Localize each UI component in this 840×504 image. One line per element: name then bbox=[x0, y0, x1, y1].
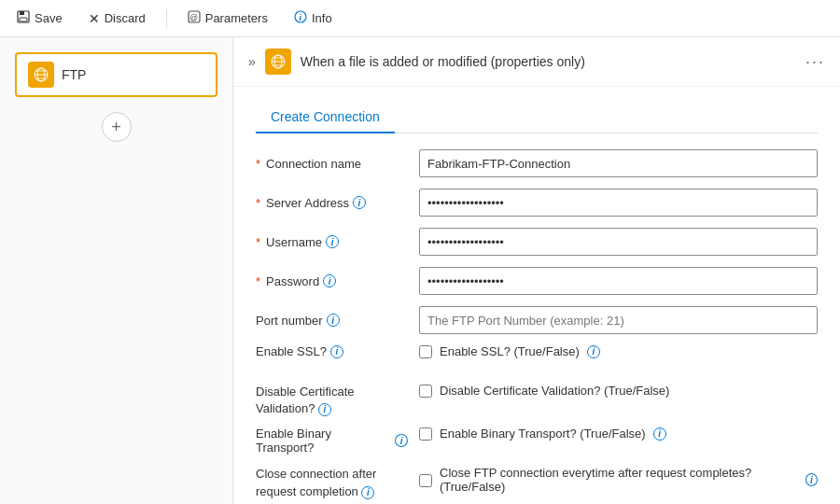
required-star-3: * bbox=[256, 235, 260, 249]
parameters-icon: @ bbox=[188, 10, 201, 26]
port-number-label: Port number i bbox=[256, 314, 419, 328]
discard-label: Discard bbox=[105, 11, 146, 25]
close-connection-info-icon[interactable]: i bbox=[361, 486, 374, 499]
password-input[interactable] bbox=[419, 267, 818, 295]
connection-name-row: * Connection name bbox=[256, 148, 818, 178]
password-info-icon[interactable]: i bbox=[323, 274, 336, 287]
enable-ssl-checkbox[interactable] bbox=[419, 345, 432, 358]
enable-binary-info-icon[interactable]: i bbox=[395, 434, 408, 447]
connection-name-label: * Connection name bbox=[256, 157, 419, 171]
username-label: * Username i bbox=[256, 235, 419, 249]
enable-ssl-content: Enable SSL? (True/False) i bbox=[419, 344, 818, 358]
disable-cert-checkbox[interactable] bbox=[419, 385, 432, 398]
username-row: * Username i bbox=[256, 227, 818, 257]
close-connection-text: Close FTP connection everytime after req… bbox=[440, 466, 798, 494]
svg-text:i: i bbox=[299, 13, 301, 22]
trigger-icon bbox=[265, 49, 291, 75]
ftp-node-icon bbox=[28, 62, 54, 88]
parameters-button[interactable]: @ Parameters bbox=[182, 7, 273, 30]
tab-create-connection[interactable]: Create Connection bbox=[256, 102, 395, 133]
disable-cert-text: Disable Certificate Validation? (True/Fa… bbox=[440, 384, 669, 398]
main-layout: FTP + » When a file is added or modified… bbox=[0, 37, 840, 504]
svg-rect-1 bbox=[20, 11, 24, 15]
enable-ssl-row: Enable SSL? i Enable SSL? (True/False) i bbox=[256, 344, 818, 374]
collapse-button[interactable]: » bbox=[248, 54, 256, 69]
enable-binary-text: Enable Binary Transport? (True/False) bbox=[440, 427, 646, 441]
port-info-icon[interactable]: i bbox=[327, 314, 340, 327]
enable-binary-text-info-icon[interactable]: i bbox=[653, 427, 666, 441]
enable-ssl-text-info-icon[interactable]: i bbox=[587, 345, 600, 358]
info-label: Info bbox=[312, 11, 332, 25]
close-connection-content: Close FTP connection everytime after req… bbox=[419, 466, 818, 494]
username-input[interactable] bbox=[419, 228, 818, 256]
save-button[interactable]: Save bbox=[11, 7, 68, 30]
enable-binary-checkbox[interactable] bbox=[419, 427, 432, 441]
info-button[interactable]: i Info bbox=[288, 7, 338, 30]
tabs: Create Connection bbox=[256, 102, 818, 133]
info-icon: i bbox=[294, 10, 307, 26]
sidebar: FTP + bbox=[0, 37, 233, 504]
port-number-input[interactable] bbox=[419, 306, 818, 334]
disable-cert-row: Disable Certificate Validation? i Disabl… bbox=[256, 384, 818, 417]
enable-binary-content: Enable Binary Transport? (True/False) i bbox=[419, 427, 818, 441]
password-label: * Password i bbox=[256, 274, 419, 288]
required-star-2: * bbox=[256, 196, 260, 210]
required-star: * bbox=[256, 157, 260, 171]
connection-name-input[interactable] bbox=[419, 149, 818, 177]
close-connection-row: Close connection after request completio… bbox=[256, 466, 818, 499]
trigger-title: When a file is added or modified (proper… bbox=[301, 54, 796, 69]
svg-rect-2 bbox=[20, 18, 27, 21]
disable-cert-info-icon[interactable]: i bbox=[318, 403, 331, 416]
discard-button[interactable]: ✕ Discard bbox=[83, 7, 151, 30]
close-connection-text-info-icon[interactable]: i bbox=[805, 473, 818, 486]
disable-cert-content: Disable Certificate Validation? (True/Fa… bbox=[419, 384, 818, 398]
ftp-node[interactable]: FTP bbox=[15, 52, 217, 97]
enable-binary-label: Enable Binary Transport? i bbox=[256, 427, 419, 455]
toolbar: Save ✕ Discard @ Parameters i Info bbox=[0, 0, 840, 37]
server-address-label: * Server Address i bbox=[256, 196, 419, 210]
enable-ssl-info-icon[interactable]: i bbox=[330, 345, 343, 358]
form-area: Create Connection * Connection name * Se… bbox=[233, 87, 840, 504]
port-number-row: Port number i bbox=[256, 305, 818, 335]
enable-binary-row: Enable Binary Transport? i Enable Binary… bbox=[256, 427, 818, 456]
disable-cert-label: Disable Certificate Validation? i bbox=[256, 384, 419, 417]
right-panel: » When a file is added or modified (prop… bbox=[233, 37, 840, 504]
parameters-label: Parameters bbox=[205, 11, 268, 25]
add-icon: + bbox=[111, 118, 121, 137]
close-connection-checkbox[interactable] bbox=[419, 474, 432, 487]
ftp-node-label: FTP bbox=[62, 67, 86, 82]
server-address-input[interactable] bbox=[419, 189, 818, 217]
enable-ssl-label: Enable SSL? i bbox=[256, 344, 419, 358]
discard-icon: ✕ bbox=[89, 11, 100, 26]
username-info-icon[interactable]: i bbox=[326, 235, 339, 248]
enable-ssl-text: Enable SSL? (True/False) bbox=[440, 344, 580, 358]
required-star-4: * bbox=[256, 274, 260, 288]
add-node-button[interactable]: + bbox=[102, 112, 132, 142]
svg-text:@: @ bbox=[189, 13, 198, 22]
password-row: * Password i bbox=[256, 266, 818, 296]
save-icon bbox=[17, 10, 30, 26]
toolbar-separator bbox=[166, 9, 167, 28]
save-label: Save bbox=[35, 11, 63, 25]
more-options-button[interactable]: ··· bbox=[805, 52, 825, 72]
server-address-row: * Server Address i bbox=[256, 188, 818, 217]
trigger-header: » When a file is added or modified (prop… bbox=[233, 37, 840, 87]
server-address-info-icon[interactable]: i bbox=[353, 196, 366, 209]
close-connection-label: Close connection after request completio… bbox=[256, 466, 419, 499]
